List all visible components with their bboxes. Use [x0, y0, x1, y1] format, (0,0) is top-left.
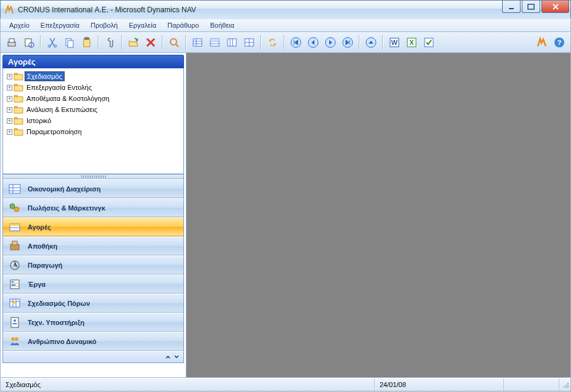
tree-item-label: Ανάλυση & Εκτυπώσεις	[25, 105, 99, 114]
expand-icon[interactable]: +	[7, 118, 12, 124]
first-icon[interactable]	[289, 35, 303, 50]
app-icon	[4, 5, 14, 15]
maximize-button[interactable]	[522, 1, 540, 13]
attach-icon[interactable]	[103, 35, 118, 50]
expand-icon[interactable]: +	[7, 107, 12, 113]
paste-icon[interactable]	[79, 35, 94, 50]
nav-item-label: Ανθρώπινο Δυναμικό	[28, 338, 97, 345]
title-bar: CRONUS International Α.Ε. - Microsoft Dy…	[0, 0, 571, 18]
toolbar-separator	[260, 35, 262, 50]
list3-icon[interactable]	[225, 35, 239, 50]
nav-item[interactable]: Ανθρώπινο Δυναμικό	[3, 332, 183, 351]
toolbar-separator	[121, 35, 122, 50]
minimize-button[interactable]	[502, 1, 521, 13]
folder-icon	[14, 73, 23, 81]
nav-item[interactable]: Πωλήσεις & Μάρκετινγκ	[3, 198, 183, 217]
folder-icon	[14, 84, 23, 92]
splitter[interactable]	[2, 174, 184, 179]
nav-item[interactable]: Παραγωγή	[3, 255, 183, 274]
svg-rect-16	[228, 39, 236, 46]
prev-icon[interactable]	[306, 35, 321, 50]
client-area: Αγορές +Σχεδιασμός+Επεξεργασία Εντολής+Α…	[0, 53, 571, 378]
help-icon[interactable]: ?	[552, 35, 567, 50]
cut-icon[interactable]	[45, 35, 60, 50]
menu-bar: Αρχείο Επεξεργασία Προβολή Εργαλεία Παρά…	[0, 18, 571, 32]
delete-icon[interactable]	[143, 35, 158, 50]
svg-point-43	[14, 319, 16, 322]
status-text: Σχεδιασμός	[1, 378, 375, 391]
tree-item[interactable]: +Ανάλυση & Εκτυπώσεις	[4, 104, 182, 115]
navigation-pane: Αγορές +Σχεδιασμός+Επεξεργασία Εντολής+Α…	[1, 53, 186, 377]
menu-window[interactable]: Παράθυρο	[162, 20, 204, 30]
tree-item[interactable]: +Παραμετροποίηση	[4, 126, 182, 137]
menu-tools[interactable]: Εργαλεία	[124, 20, 161, 30]
tree-item-label: Ιστορικό	[25, 116, 53, 125]
svg-point-45	[15, 337, 18, 341]
svg-rect-34	[10, 224, 20, 226]
refresh-icon[interactable]	[265, 35, 280, 50]
svg-rect-11	[85, 38, 89, 39]
expand-icon[interactable]: +	[7, 85, 12, 90]
svg-rect-41	[13, 302, 16, 304]
excel-icon[interactable]: X	[404, 35, 419, 50]
list-icon[interactable]	[190, 35, 205, 50]
toolbar: WX?	[0, 32, 571, 53]
svg-rect-10	[84, 39, 90, 47]
expand-icon[interactable]: +	[7, 129, 12, 135]
nav-item-icon	[8, 278, 22, 291]
resize-grip[interactable]	[559, 380, 570, 390]
menu-help[interactable]: Βοήθεια	[206, 20, 239, 30]
tree-item[interactable]: +Ιστορικό	[4, 115, 182, 126]
status-empty	[504, 378, 559, 391]
toolbar-separator	[40, 35, 41, 50]
nav-logo-icon[interactable]	[535, 35, 549, 50]
nav-item[interactable]: Αγορές	[3, 217, 183, 236]
tree-item[interactable]: +Σχεδιασμός	[4, 71, 182, 82]
menu-file[interactable]: Αρχείο	[4, 20, 34, 30]
nav-overflow[interactable]	[3, 351, 183, 362]
svg-text:W: W	[391, 39, 398, 46]
nav-item[interactable]: Τεχν. Υποστήριξη	[3, 313, 183, 332]
svg-point-48	[564, 386, 565, 388]
word-icon[interactable]: W	[387, 35, 402, 50]
check-icon[interactable]	[421, 35, 436, 50]
last-icon[interactable]	[340, 35, 355, 50]
print-preview-icon[interactable]	[22, 35, 36, 50]
nav-item[interactable]: Σχεδιασμός Πόρων	[3, 294, 183, 313]
svg-point-49	[567, 385, 569, 386]
toolbar-separator	[382, 35, 383, 50]
nav-tree[interactable]: +Σχεδιασμός+Επεξεργασία Εντολής+Αποθέματ…	[2, 68, 184, 174]
folder-icon	[14, 128, 23, 136]
nav-item[interactable]: Αποθήκη	[3, 236, 183, 255]
expand-icon[interactable]: +	[7, 96, 12, 102]
tree-item[interactable]: +Αποθέματα & Κοστολόγηση	[4, 93, 182, 104]
svg-point-32	[14, 207, 19, 212]
print-icon[interactable]	[4, 35, 19, 50]
svg-rect-0	[509, 8, 514, 9]
open-icon[interactable]	[126, 35, 141, 50]
find-icon[interactable]	[167, 35, 182, 50]
svg-rect-9	[68, 41, 73, 47]
list2-icon[interactable]	[207, 35, 222, 50]
nav-item[interactable]: Οικονομική Διαχείριση	[3, 179, 183, 198]
nav-item-icon	[8, 335, 22, 348]
tree-item[interactable]: +Επεξεργασία Εντολής	[4, 82, 182, 93]
copy-icon[interactable]	[62, 35, 77, 50]
svg-rect-1	[528, 4, 534, 9]
svg-rect-36	[12, 241, 17, 245]
menu-edit[interactable]: Επεξεργασία	[36, 20, 84, 30]
svg-point-31	[10, 204, 15, 209]
svg-point-44	[11, 337, 15, 341]
menu-view[interactable]: Προβολή	[86, 20, 122, 30]
tree-item-label: Επεξεργασία Εντολής	[25, 83, 94, 92]
up-icon[interactable]	[364, 35, 378, 50]
nav-stack: Οικονομική ΔιαχείρισηΠωλήσεις & Μάρκετιν…	[2, 179, 184, 363]
nav-item[interactable]: Έργα	[3, 274, 183, 294]
next-icon[interactable]	[323, 35, 338, 50]
status-date: 24/01/08	[375, 378, 504, 391]
expand-icon[interactable]: +	[7, 74, 12, 79]
list4-icon[interactable]	[242, 35, 257, 50]
close-button[interactable]	[541, 1, 569, 13]
nav-item-label: Οικονομική Διαχείριση	[28, 185, 101, 193]
nav-item-icon	[8, 258, 22, 272]
